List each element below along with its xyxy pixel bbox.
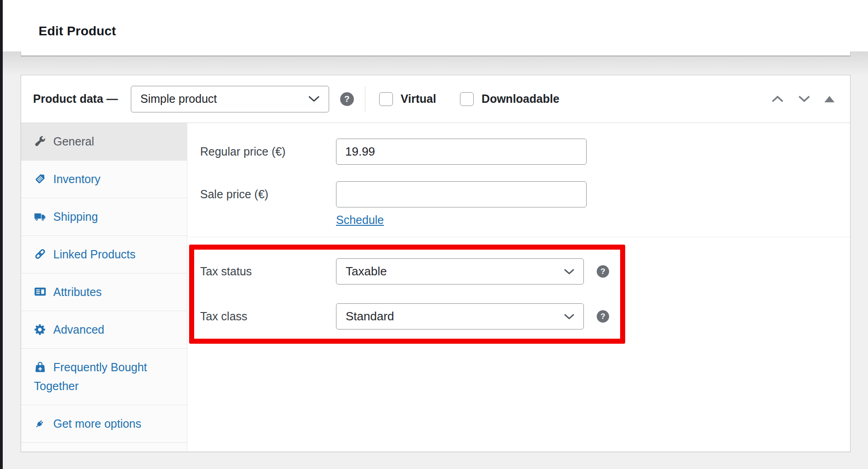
tab-label: General [53,135,94,148]
page-title: Edit Product [39,24,116,39]
virtual-checkbox-group: Virtual [379,92,436,106]
section-divider [187,237,850,237]
tax-status-label: Tax status [200,265,336,278]
tax-class-help-icon[interactable] [597,310,609,323]
tab-get-more-options[interactable]: Get more options [21,405,187,443]
tag-icon [34,173,46,185]
chevron-down-icon [564,268,574,275]
tax-class-label: Tax class [200,310,336,323]
admin-menu-edge [0,0,3,469]
tab-attributes[interactable]: Attributes [21,274,187,311]
tab-label: Attributes [53,285,102,298]
tax-status-help-icon[interactable] [597,265,609,278]
downloadable-label: Downloadable [482,92,559,106]
regular-price-label: Regular price (€) [200,145,336,158]
tab-linked-products[interactable]: Linked Products [21,236,187,274]
bag-plus-icon [34,361,46,373]
move-up-button[interactable] [771,95,784,103]
page-header: Edit Product [3,0,868,51]
general-tab-panel: Regular price (€) Sale price (€) Schedul… [187,123,850,451]
product-data-panel-header: Product data — Simple product Virtual Do… [21,75,850,123]
wrench-icon [34,135,46,147]
chevron-down-icon [308,95,319,102]
vertical-divider [365,86,365,112]
tab-general[interactable]: General [21,123,187,161]
chevron-down-icon [798,95,811,103]
product-type-value: Simple product [140,92,217,106]
sale-price-label: Sale price (€) [200,188,336,201]
card-icon [34,285,46,298]
panel-title: Product data — [33,92,118,106]
move-down-button[interactable] [798,95,811,103]
tax-class-value: Standard [346,309,394,324]
link-icon [34,248,46,260]
downloadable-checkbox-group: Downloadable [460,92,559,106]
product-data-panel: Product data — Simple product Virtual Do… [21,75,851,452]
tab-label: Shipping [53,210,98,223]
tax-status-row: Tax status Taxable [187,258,850,285]
tax-class-row: Tax class Standard [187,303,850,329]
tab-inventory[interactable]: Inventory [21,161,187,198]
plug-icon [34,417,46,430]
tab-label: Frequently Bought Together [34,361,147,392]
regular-price-input[interactable] [336,139,587,165]
tax-status-select[interactable]: Taxable [336,258,584,285]
tax-status-value: Taxable [346,264,387,279]
sale-price-input[interactable] [336,181,587,207]
triangle-up-icon [824,96,834,102]
downloadable-checkbox[interactable] [460,92,474,106]
product-type-help-icon[interactable] [340,92,354,106]
tab-label: Advanced [53,323,104,336]
regular-price-row: Regular price (€) [187,139,850,165]
product-data-tabs: General Inventory Shipping Linked Produc… [21,123,187,451]
tab-label: Linked Products [53,248,135,261]
tab-label: Inventory [53,173,101,185]
tab-shipping[interactable]: Shipping [21,198,187,236]
tab-frequently-bought-together[interactable]: Frequently Bought Together [21,349,187,405]
toggle-panel-button[interactable] [824,96,834,102]
product-type-select[interactable]: Simple product [131,86,329,112]
virtual-label: Virtual [401,92,436,106]
tax-class-select[interactable]: Standard [336,303,584,329]
schedule-link[interactable]: Schedule [336,213,384,226]
title-box-bottom-edge [21,51,851,56]
sale-price-row: Sale price (€) [187,181,850,207]
panel-order-controls [771,95,834,103]
tab-advanced[interactable]: Advanced [21,311,187,349]
chevron-down-icon [564,313,574,320]
tab-label: Get more options [53,417,141,430]
chevron-up-icon [771,95,784,103]
truck-icon [34,210,46,223]
schedule-row: Schedule [187,213,850,227]
gear-icon [34,323,46,335]
virtual-checkbox[interactable] [379,92,393,106]
